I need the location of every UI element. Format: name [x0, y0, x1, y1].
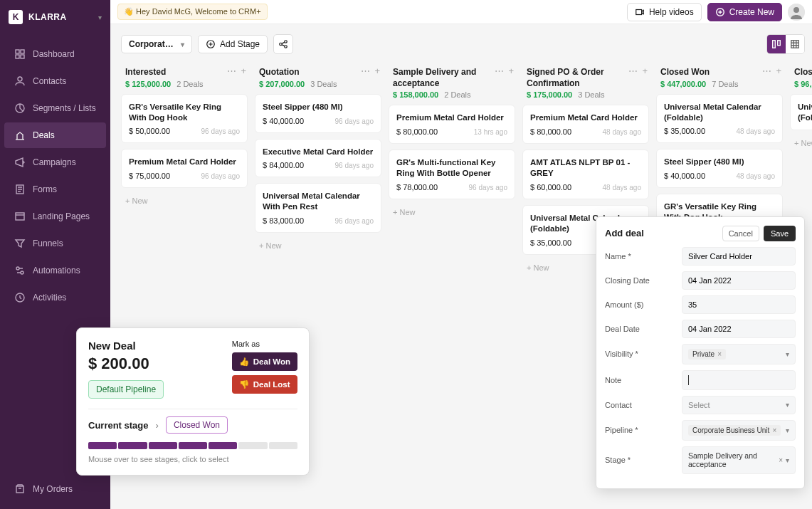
- stage-segment[interactable]: [118, 442, 147, 449]
- pipeline-selector[interactable]: Corporate Bu... ▾: [121, 35, 192, 53]
- more-icon[interactable]: ⋯: [628, 65, 638, 76]
- deal-age: 48 days ago: [737, 127, 776, 135]
- column-amount: $ 158,000.00: [393, 90, 438, 99]
- create-new-button[interactable]: Create New: [707, 3, 782, 21]
- sidebar-item-dashboard[interactable]: Dashboard: [4, 41, 106, 67]
- pipeline-selector-label: Corporate Bu...: [129, 39, 176, 49]
- add-stage-button[interactable]: Add Stage: [198, 35, 268, 53]
- new-deal-link[interactable]: + New: [790, 136, 812, 150]
- more-icon[interactable]: ⋯: [227, 65, 236, 76]
- plus-icon[interactable]: +: [508, 65, 514, 76]
- svg-rect-0: [16, 50, 19, 53]
- close-icon[interactable]: ×: [717, 350, 722, 358]
- more-icon[interactable]: ⋯: [762, 65, 771, 76]
- stage-segment[interactable]: [269, 442, 297, 449]
- sidebar-item-contacts[interactable]: Contacts: [4, 68, 106, 94]
- visibility-chip[interactable]: Private×: [688, 349, 726, 360]
- closing-date-field[interactable]: [682, 271, 796, 290]
- brand[interactable]: K KLARRA ▾: [0, 0, 110, 34]
- amount-field[interactable]: [682, 295, 796, 314]
- current-stage-label: Current stage: [88, 420, 149, 431]
- contact-field[interactable]: Select ▾: [682, 396, 796, 414]
- sidebar-item-landing-pages[interactable]: Landing Pages: [4, 204, 106, 229]
- name-input[interactable]: [688, 252, 789, 261]
- help-videos-label: Help videos: [649, 7, 694, 17]
- stage-segment[interactable]: [238, 442, 267, 449]
- close-icon[interactable]: ×: [772, 426, 776, 434]
- svg-rect-1: [21, 50, 24, 53]
- topbar: 👋 Hey David McG, Welcome to CRM+ Help vi…: [110, 0, 812, 24]
- current-stage-chip[interactable]: Closed Won: [166, 416, 228, 434]
- stage-segment[interactable]: [209, 442, 237, 449]
- plus-icon[interactable]: +: [241, 65, 246, 76]
- new-deal-link[interactable]: + New: [121, 194, 248, 208]
- more-icon[interactable]: ⋯: [361, 65, 370, 76]
- more-icon[interactable]: ⋯: [495, 65, 504, 76]
- deal-card[interactable]: Premium Metal Card Holder $ 80,000.0013 …: [389, 105, 515, 144]
- kanban-view-button[interactable]: [767, 35, 786, 53]
- stage-segment[interactable]: [179, 442, 207, 449]
- deal-won-button[interactable]: 👍 Deal Won: [232, 352, 297, 371]
- sidebar-item-deals[interactable]: Deals: [4, 122, 106, 148]
- deal-title: Universal (Foldable: [798, 102, 812, 123]
- deal-card[interactable]: GR's Versatile Key Ring With Dog Hook $ …: [121, 94, 248, 144]
- sidebar-item-forms[interactable]: Forms: [4, 177, 106, 202]
- deal-card[interactable]: Premium Metal Card Holder $ 75,000.0096 …: [121, 149, 248, 188]
- help-videos-button[interactable]: Help videos: [627, 3, 702, 21]
- new-deal-link[interactable]: + New: [255, 238, 381, 253]
- pipeline-chip[interactable]: Corporate Business Unit×: [688, 425, 781, 436]
- sidebar-item-my-orders[interactable]: My Orders: [4, 476, 106, 502]
- stage-field[interactable]: Sample Delivery and acceptance ×▾: [682, 446, 796, 474]
- svg-rect-7: [16, 213, 24, 220]
- deal-card[interactable]: Universal (Foldable: [790, 94, 812, 131]
- save-button[interactable]: Save: [764, 226, 796, 241]
- deal-card[interactable]: AMT ATLAS NLPT BP 01 - GREY $ 60,000.004…: [522, 149, 649, 199]
- deal-title: Premium Metal Card Holder: [396, 112, 507, 123]
- stage-segment[interactable]: [88, 442, 117, 449]
- avatar[interactable]: [788, 4, 805, 21]
- deal-date-input[interactable]: [688, 325, 789, 333]
- sidebar-item-funnels[interactable]: Funnels: [4, 231, 106, 256]
- plus-icon[interactable]: +: [374, 65, 380, 76]
- sidebar-item-segments[interactable]: Segments / Lists: [4, 95, 106, 121]
- pipeline-field[interactable]: Corporate Business Unit× ▾: [682, 420, 796, 441]
- chevron-down-icon: ▾: [786, 350, 789, 358]
- close-icon[interactable]: ×: [779, 456, 783, 464]
- svg-point-4: [18, 77, 22, 81]
- plus-icon[interactable]: +: [776, 65, 781, 76]
- deal-card[interactable]: Universal Metal Calendar (Foldable) $ 35…: [656, 94, 783, 144]
- sidebar-item-campaigns[interactable]: Campaigns: [4, 149, 106, 175]
- pipeline-badge[interactable]: Default Pipeline: [88, 380, 164, 399]
- cancel-button[interactable]: Cancel: [722, 226, 759, 241]
- note-field[interactable]: [682, 370, 796, 390]
- deal-card[interactable]: Premium Metal Card Holder $ 80,000.0048 …: [522, 105, 649, 144]
- list-view-button[interactable]: [786, 35, 804, 53]
- visibility-field[interactable]: Private× ▾: [682, 344, 796, 364]
- closing-date-input[interactable]: [688, 276, 789, 285]
- sidebar-item-activities[interactable]: Activities: [4, 285, 106, 310]
- deal-date-field[interactable]: [682, 320, 796, 338]
- deal-card[interactable]: Steel Sipper (480 Ml) $ 40,000.0096 days…: [255, 94, 381, 133]
- column-amount: $ 125,000.00: [125, 80, 171, 88]
- deal-amount: $ 75,000.00: [129, 172, 170, 180]
- sidebar-item-label: Automations: [33, 266, 80, 276]
- deal-lost-button[interactable]: 👎 Deal Lost: [232, 375, 297, 394]
- name-field[interactable]: [682, 247, 796, 266]
- deal-card[interactable]: Universal Metal Calendar With Pen Rest $…: [255, 183, 381, 233]
- stage-progress[interactable]: [88, 442, 297, 449]
- deal-amount: $ 80,000.00: [396, 127, 438, 136]
- sidebar-item-automations[interactable]: Automations: [4, 258, 106, 283]
- share-button[interactable]: [273, 34, 293, 54]
- amount-input[interactable]: [688, 300, 789, 309]
- deal-age: 96 days ago: [201, 172, 241, 180]
- stage-segment[interactable]: [149, 442, 177, 449]
- deal-won-label: Deal Won: [253, 357, 290, 366]
- deal-card[interactable]: Executive Metal Card Holder $ 84,000.009…: [255, 139, 381, 178]
- column-count: 3 Deals: [578, 90, 604, 99]
- deal-card[interactable]: GR's Multi-functional Key Ring With Bott…: [389, 149, 515, 199]
- deal-card[interactable]: Steel Sipper (480 Ml) $ 40,000.0048 days…: [656, 149, 783, 188]
- plus-icon[interactable]: +: [642, 65, 648, 76]
- new-deal-link[interactable]: + New: [389, 205, 515, 219]
- note-input[interactable]: [688, 375, 789, 385]
- deal-age: 96 days ago: [335, 117, 374, 125]
